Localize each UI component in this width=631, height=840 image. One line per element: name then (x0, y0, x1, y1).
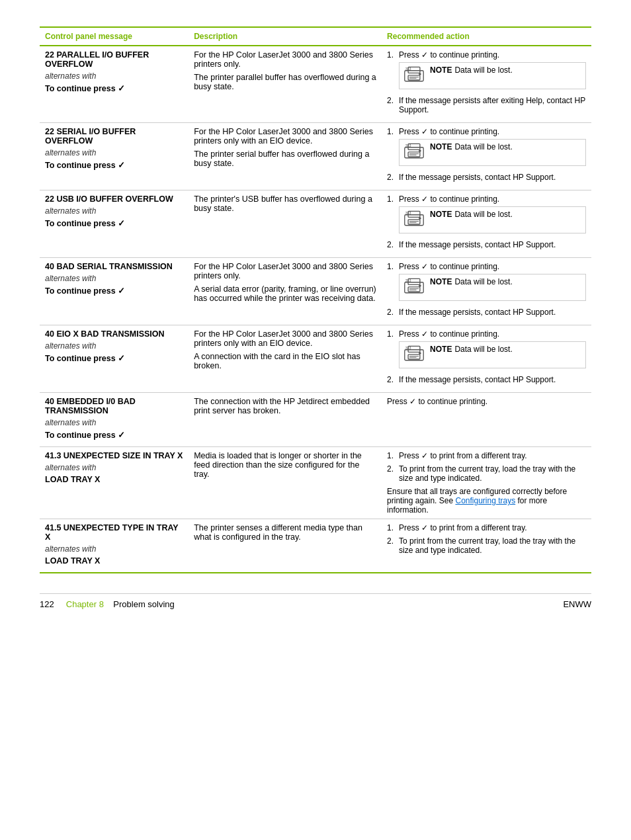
action-number: 2. (387, 240, 396, 249)
action-item: 1.Press ✓ to continue printing. 333 NOTE… (387, 262, 586, 304)
message-text: To continue press ✓ (45, 353, 183, 363)
action-number: 1. (387, 127, 396, 136)
action-cell: 1.Press ✓ to continue printing. 333 NOTE… (382, 190, 591, 258)
table-row: 41.5 UNEXPECTED TYPE IN TRAY Xalternates… (40, 519, 591, 573)
col-header-description: Description (189, 27, 382, 46)
action-number: 2. (387, 96, 396, 105)
action-number: 1. (387, 194, 396, 204)
note-printer-icon: 333 (403, 65, 425, 86)
message-alternates: alternates with (45, 71, 183, 81)
ensure-text: Ensure that all trays are configured cor… (387, 487, 586, 515)
description-text: For the HP Color LaserJet 3000 and 3800 … (194, 127, 376, 146)
description-cell: For the HP Color LaserJet 3000 and 3800 … (189, 258, 382, 325)
note-text: Data will be lost. (454, 142, 512, 151)
action-text: If the message persists, contact HP Supp… (399, 308, 556, 317)
message-alternates: alternates with (45, 544, 183, 554)
action-text: If the message persists, contact HP Supp… (399, 375, 556, 384)
note-box: 333 NOTEData will be lost. (399, 62, 586, 89)
action-item: 1.Press ✓ to print from a different tray… (387, 523, 586, 532)
message-text: To continue press ✓ (45, 160, 183, 170)
svg-point-10 (419, 149, 421, 152)
message-cell: 22 SERIAL I/O BUFFER OVERFLOWalternates … (40, 123, 189, 190)
description-text: For the HP Color LaserJet 3000 and 3800 … (194, 50, 376, 69)
col-header-action: Recommended action (382, 27, 591, 46)
message-text: 40 BAD SERIAL TRANSMISSION (45, 262, 183, 271)
note-label: NOTE (430, 142, 452, 151)
message-alternates: alternates with (45, 148, 183, 157)
action-number: 1. (387, 451, 396, 460)
note-text: Data will be lost. (454, 65, 512, 75)
message-alternates: alternates with (45, 341, 183, 351)
main-table: Control panel message Description Recomm… (40, 26, 591, 573)
action-number: 2. (387, 536, 396, 546)
action-item: 1.Press ✓ to print from a different tray… (387, 451, 586, 460)
action-content: To print from the current tray, load the… (399, 464, 586, 483)
svg-rect-16 (408, 220, 420, 224)
action-number: 2. (387, 173, 396, 182)
action-number: 2. (387, 375, 396, 384)
action-content: Press ✓ to continue printing. 333 NOTEDa… (399, 127, 586, 169)
description-text: For the HP Color LaserJet 3000 and 3800 … (194, 329, 376, 348)
message-cell: 22 USB I/O BUFFER OVERFLOWalternates wit… (40, 190, 189, 258)
message-cell: 40 EIO X BAD TRANSMISSIONalternates with… (40, 325, 189, 393)
configuring-trays-link[interactable]: Configuring trays (455, 496, 515, 505)
svg-text:333: 333 (405, 346, 411, 350)
action-simple: Press ✓ to continue printing. (387, 397, 487, 406)
action-cell: Press ✓ to continue printing. (382, 393, 591, 447)
action-content: If the message persists, contact HP Supp… (399, 240, 586, 249)
action-number: 1. (387, 262, 396, 271)
svg-text:333: 333 (405, 278, 411, 282)
table-row: 40 EIO X BAD TRANSMISSIONalternates with… (40, 325, 591, 393)
description-text: Media is loaded that is longer or shorte… (194, 451, 376, 479)
action-item: 2.If the message persists, contact HP Su… (387, 240, 586, 249)
message-cell: 22 PARALLEL I/O BUFFER OVERFLOWalternate… (40, 46, 189, 123)
action-content: Press ✓ to print from a different tray. (399, 523, 586, 532)
description-text: The printer senses a different media typ… (194, 523, 376, 542)
description-cell: The connection with the HP Jetdirect emb… (189, 393, 382, 447)
description-cell: For the HP Color LaserJet 3000 and 3800 … (189, 46, 382, 123)
svg-rect-2 (408, 75, 420, 80)
message-cell: 41.5 UNEXPECTED TYPE IN TRAY Xalternates… (40, 519, 189, 573)
message-alternates: alternates with (45, 463, 183, 472)
action-item: 1.Press ✓ to continue printing. 333 NOTE… (387, 127, 586, 169)
action-text: Press ✓ to print from a different tray. (399, 451, 527, 460)
action-number: 2. (387, 464, 396, 474)
note-box: 333 NOTEData will be lost. (399, 274, 586, 301)
table-row: 40 BAD SERIAL TRANSMISSIONalternates wit… (40, 258, 591, 325)
action-cell: 1.Press ✓ to continue printing. 333 NOTE… (382, 46, 591, 123)
action-number: 1. (387, 523, 396, 532)
message-text: To continue press ✓ (45, 286, 183, 296)
svg-point-24 (419, 284, 421, 287)
action-text: If the message persists, contact HP Supp… (399, 240, 556, 249)
action-content: To print from the current tray, load the… (399, 536, 586, 555)
message-text: To continue press ✓ (45, 218, 183, 228)
description-cell: Media is loaded that is longer or shorte… (189, 447, 382, 519)
action-text: Press ✓ to continue printing. (399, 127, 499, 136)
action-content: Press ✓ to continue printing. 333 NOTEDa… (399, 329, 586, 371)
description-text: The printer's USB buffer has overflowed … (194, 194, 376, 213)
message-cell: 40 BAD SERIAL TRANSMISSIONalternates wit… (40, 258, 189, 325)
action-content: Press ✓ to continue printing. 333 NOTEDa… (399, 194, 586, 236)
svg-text:333: 333 (405, 211, 411, 215)
message-alternates: alternates with (45, 274, 183, 283)
description-text: A serial data error (parity, framing, or… (194, 284, 376, 303)
footer-page-info: 122 Chapter 8 Problem solving (40, 599, 175, 609)
action-cell: 1.Press ✓ to print from a different tray… (382, 519, 591, 573)
note-label: NOTE (430, 277, 452, 286)
action-text: If the message persists after exiting He… (399, 96, 585, 114)
action-cell: 1.Press ✓ to continue printing. 333 NOTE… (382, 258, 591, 325)
table-row: 22 PARALLEL I/O BUFFER OVERFLOWalternate… (40, 46, 591, 123)
message-text: 41.3 UNEXPECTED SIZE IN TRAY X (45, 451, 183, 460)
action-content: If the message persists, contact HP Supp… (399, 375, 586, 384)
message-cell: 41.3 UNEXPECTED SIZE IN TRAY Xalternates… (40, 447, 189, 519)
table-row: 22 USB I/O BUFFER OVERFLOWalternates wit… (40, 190, 591, 258)
note-box: 333 NOTEData will be lost. (399, 341, 586, 368)
action-text: Press ✓ to continue printing. (399, 50, 499, 60)
note-printer-icon: 333 (403, 210, 425, 230)
action-text: Press ✓ to continue printing. (399, 194, 499, 204)
message-text: 22 PARALLEL I/O BUFFER OVERFLOW (45, 50, 183, 69)
svg-text:333: 333 (405, 67, 411, 71)
message-cell: 40 EMBEDDED I/0 BAD TRANSMISSIONalternat… (40, 393, 189, 447)
note-box: 333 NOTEData will be lost. (399, 206, 586, 233)
col-header-message: Control panel message (40, 27, 189, 46)
